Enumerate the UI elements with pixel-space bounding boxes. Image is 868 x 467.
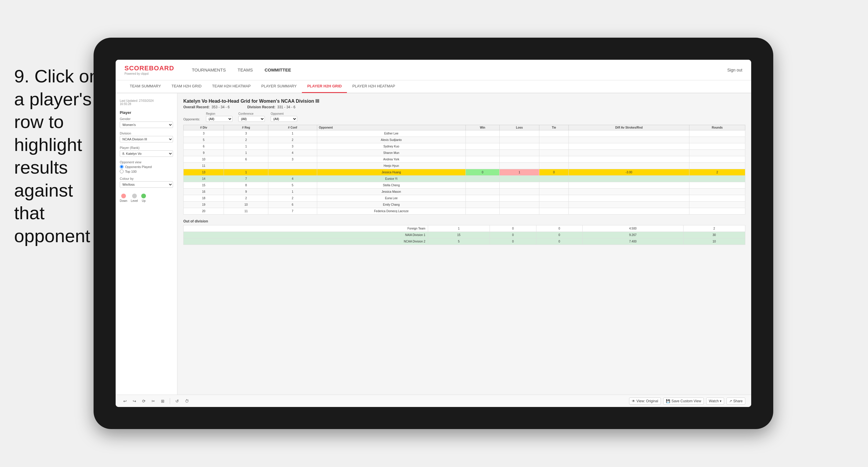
colour-down: Down	[120, 194, 127, 203]
col-conf: # Conf	[268, 125, 317, 130]
col-opponent: Opponent	[317, 125, 465, 130]
ood-table-row[interactable]: NAIA Division 115009.26730	[184, 232, 745, 238]
player-rank-label: Player (Rank)	[120, 146, 173, 150]
bottom-toolbar: ↩ ↪ ⟳ ✂ ⊞ ↺ ⏱ 👁 View: Original 💾 Save Cu…	[116, 395, 751, 407]
region-select[interactable]: (All)	[206, 116, 232, 122]
table-row[interactable]: 914Sharon Mun	[184, 150, 745, 156]
sign-out-button[interactable]: Sign out	[727, 68, 742, 72]
table-row[interactable]: 1063Andrea York	[184, 156, 745, 163]
view-original-icon: 👁	[632, 399, 635, 403]
save-icon: 💾	[666, 399, 670, 403]
col-div: # Div	[184, 125, 224, 130]
filters-row: Opponents: Region (All) Conference (All)	[183, 112, 745, 122]
grid-header-row: # Div # Reg # Conf Opponent Win Loss Tie…	[184, 125, 745, 130]
rotate-button[interactable]: ↺	[174, 398, 181, 405]
conference-filter: Conference (All)	[238, 112, 265, 122]
copy-button[interactable]: ⊞	[159, 398, 166, 405]
sub-nav-player-h2h-grid[interactable]: PLAYER H2H GRID	[302, 80, 347, 93]
logo-text: SCOREBOARD	[124, 64, 174, 72]
opponent-select[interactable]: (All)	[271, 116, 297, 122]
content-area: Katelyn Vo Head-to-Head Grid for Women's…	[178, 93, 751, 395]
opponent-view-radios: Opponents Played Top 100	[120, 165, 173, 173]
watch-button[interactable]: Watch ▾	[706, 398, 724, 405]
table-row[interactable]: 522Alexis Sudjianto	[184, 137, 745, 143]
sub-nav: TEAM SUMMARY TEAM H2H GRID TEAM H2H HEAT…	[116, 80, 751, 93]
colour-legend: Down Level Up	[120, 194, 173, 203]
timer-button[interactable]: ⏱	[183, 398, 191, 405]
h2h-grid-table: # Div # Reg # Conf Opponent Win Loss Tie…	[183, 125, 745, 215]
save-custom-button[interactable]: 💾 Save Custom View	[663, 398, 704, 405]
ood-table: Foreign Team1004.5002NAIA Division 11500…	[183, 225, 745, 245]
refresh-button[interactable]: ⟳	[141, 398, 147, 405]
ood-table-row[interactable]: NCAA Division 25007.40010	[184, 238, 745, 245]
out-of-division-label: Out of division	[183, 219, 745, 223]
col-tie: Tie	[539, 125, 569, 130]
opponent-view-label: Opponent view	[120, 160, 173, 164]
table-row[interactable]: 613Sydney Kuo	[184, 143, 745, 150]
h2h-header: Katelyn Vo Head-to-Head Grid for Women's…	[183, 99, 745, 109]
radio-opponents-played[interactable]: Opponents Played	[120, 165, 173, 168]
col-reg: # Reg	[224, 125, 268, 130]
view-original-button[interactable]: 👁 View: Original	[629, 398, 661, 405]
division-record: Division Record: 331 - 34 - 6	[247, 105, 295, 109]
col-loss: Loss	[500, 125, 539, 130]
undo-button[interactable]: ↩	[122, 398, 129, 405]
opponent-filter: Opponent (All)	[271, 112, 297, 122]
colour-dot-down	[121, 194, 126, 198]
h2h-records: Overall Record: 353 - 34 - 6 Division Re…	[183, 105, 745, 109]
tablet-screen: SCOREBOARD Powered by clippd TOURNAMENTS…	[116, 60, 751, 407]
share-icon: ↗	[729, 399, 732, 403]
conference-select[interactable]: (All)	[238, 116, 265, 122]
table-row[interactable]: 20117Federica Domecq Lacroze	[184, 208, 745, 215]
table-row[interactable]: 1474Eunice Yi	[184, 176, 745, 182]
toolbar-sep-1	[170, 398, 170, 404]
sub-nav-player-summary[interactable]: PLAYER SUMMARY	[256, 80, 302, 93]
table-row[interactable]: 1585Stella Cheng	[184, 182, 745, 189]
col-rounds: Rounds	[689, 125, 745, 130]
colour-dot-up	[141, 194, 146, 198]
annotation-label: 9. Click on a player's row to highlight …	[14, 66, 99, 246]
gender-label: Gender	[120, 117, 173, 121]
sub-nav-player-h2h-heatmap[interactable]: PLAYER H2H HEATMAP	[347, 80, 400, 93]
sub-nav-team-h2h-heatmap[interactable]: TEAM H2H HEATMAP	[207, 80, 256, 93]
colour-by-label: Colour by	[120, 177, 173, 180]
sub-nav-team-summary[interactable]: TEAM SUMMARY	[124, 80, 166, 93]
division-select[interactable]: NCAA Division III	[120, 136, 173, 143]
sidebar-player-title: Player	[120, 111, 173, 115]
sub-nav-team-h2h-grid[interactable]: TEAM H2H GRID	[166, 80, 207, 93]
tablet-frame: SCOREBOARD Powered by clippd TOURNAMENTS…	[94, 38, 773, 429]
gender-select[interactable]: Women's	[120, 122, 173, 128]
nav-teams[interactable]: TEAMS	[238, 67, 253, 72]
table-row[interactable]: 11Heejo Hyun	[184, 163, 745, 169]
region-filter: Region (All)	[206, 112, 232, 122]
ood-table-row[interactable]: Foreign Team1004.5002	[184, 225, 745, 232]
cut-button[interactable]: ✂	[150, 398, 157, 405]
nav-committee[interactable]: COMMITTEE	[265, 67, 291, 72]
table-row[interactable]: 19106Emily Chang	[184, 201, 745, 208]
colour-up: Up	[141, 194, 146, 203]
division-label: Division	[120, 131, 173, 135]
table-row[interactable]: 331Esther Lee	[184, 130, 745, 137]
sidebar: Last Updated: 27/03/2024 16:55:28 Player…	[116, 93, 178, 395]
radio-top-100[interactable]: Top 100	[120, 169, 173, 173]
col-diff: Diff Av Strokes/Rnd	[568, 125, 689, 130]
h2h-title: Katelyn Vo Head-to-Head Grid for Women's…	[183, 99, 745, 104]
colour-level: Level	[131, 194, 138, 203]
colour-by-select[interactable]: Win/loss	[120, 181, 173, 188]
colour-dot-level	[132, 194, 137, 198]
main-content: Last Updated: 27/03/2024 16:55:28 Player…	[116, 93, 751, 395]
table-row[interactable]: 1691Jessica Mason	[184, 189, 745, 195]
overall-record: Overall Record: 353 - 34 - 6	[183, 105, 229, 109]
annotation-text: 9. Click on a player's row to highlight …	[14, 65, 99, 247]
logo-subtext: Powered by clippd	[124, 72, 174, 75]
redo-button[interactable]: ↪	[131, 398, 138, 405]
out-of-division: Out of division Foreign Team1004.5002NAI…	[183, 219, 745, 245]
table-row[interactable]: 1822Euna Lee	[184, 195, 745, 201]
col-win: Win	[465, 125, 499, 130]
opponents-label: Opponents:	[183, 117, 200, 122]
share-button[interactable]: ↗ Share	[726, 398, 745, 405]
table-row[interactable]: 131Jessica Huang010-3.002	[184, 169, 745, 176]
player-rank-select[interactable]: 8. Katelyn Vo	[120, 150, 173, 157]
logo: SCOREBOARD Powered by clippd	[124, 64, 174, 75]
nav-tournaments[interactable]: TOURNAMENTS	[192, 67, 226, 72]
